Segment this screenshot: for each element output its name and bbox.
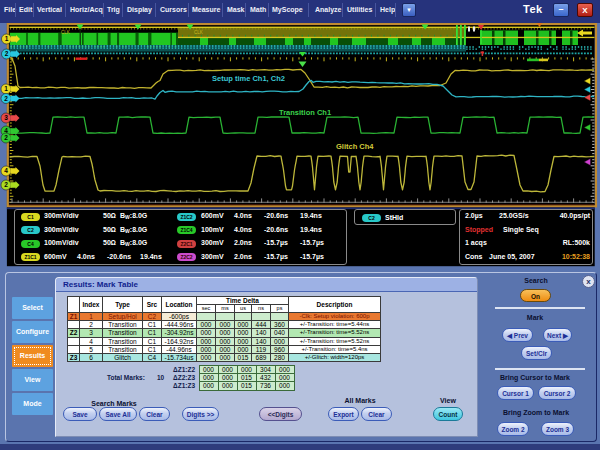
svg-text:CLK: CLK [194,30,203,35]
svg-text:2: 2 [4,181,8,188]
svg-text:2: 2 [5,50,9,57]
svg-text:2: 2 [4,134,8,141]
svg-text:1: 1 [4,85,8,92]
svg-text:4: 4 [4,167,8,174]
svg-text:Setup time Ch1, Ch2: Setup time Ch1, Ch2 [212,74,285,83]
svg-text:3: 3 [4,114,8,121]
svg-text:CLK: CLK [61,30,70,35]
svg-text:Transition Ch1: Transition Ch1 [279,108,331,117]
svg-text:2: 2 [4,95,8,102]
svg-text:Glitch Ch4: Glitch Ch4 [336,142,374,151]
svg-text:1: 1 [5,35,9,42]
